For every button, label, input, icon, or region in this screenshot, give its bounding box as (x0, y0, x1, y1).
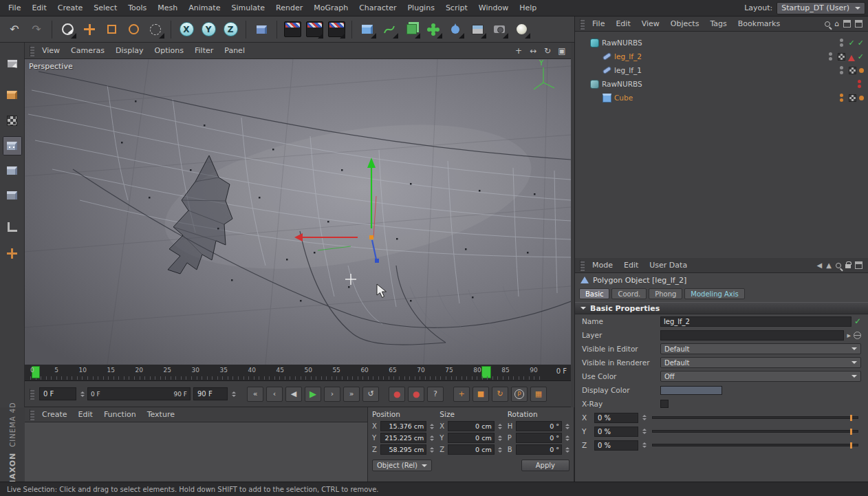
previous-key-button[interactable]: ‹ (266, 387, 283, 402)
model-mode-button[interactable] (3, 85, 22, 105)
object-row-rawnurbs-2[interactable]: RawNURBS (575, 77, 868, 91)
tag-dot-icon[interactable] (859, 68, 864, 73)
lock-icon[interactable] (845, 264, 851, 268)
menu-window[interactable]: Window (473, 0, 514, 17)
basic-properties-section[interactable]: Basic Properties (575, 302, 868, 314)
make-editable-button[interactable] (3, 54, 22, 73)
om-menu-edit[interactable]: Edit (610, 16, 636, 32)
rotate-view-icon[interactable]: ↻ (541, 45, 554, 57)
lock-z-axis-button[interactable]: Z (220, 19, 241, 40)
apply-button[interactable]: Apply (521, 460, 569, 471)
visibility-dots[interactable] (829, 52, 832, 61)
menu-file[interactable]: File (3, 0, 26, 17)
om-menu-view[interactable]: View (636, 16, 665, 32)
display-color-swatch[interactable] (660, 386, 722, 395)
polygon-mode-button[interactable] (3, 186, 22, 205)
stepper[interactable] (430, 447, 434, 453)
attr-menu-edit[interactable]: Edit (618, 257, 644, 274)
position-y-field[interactable]: 215.225 cm (380, 433, 426, 443)
stepper[interactable] (642, 429, 647, 434)
name-input[interactable]: leg_lf_2 (660, 316, 851, 327)
visibility-dots[interactable] (840, 66, 843, 74)
undo-button[interactable]: ↶ (4, 19, 25, 40)
position-z-field[interactable]: 58.295 cm (380, 444, 426, 455)
panel-grip[interactable] (580, 19, 585, 30)
object-row-leg-lf-1[interactable]: leg_lf_1 (575, 63, 868, 77)
lock-x-axis-button[interactable]: X (176, 19, 197, 40)
rotate-tool[interactable] (123, 19, 144, 40)
layer-input[interactable] (660, 330, 844, 341)
stepper[interactable] (430, 435, 434, 441)
rotation-h-field[interactable]: 0 ° (516, 421, 562, 431)
goto-start-button[interactable]: « (247, 387, 263, 402)
stepper[interactable] (498, 447, 502, 453)
render-view-button[interactable] (282, 19, 303, 40)
visibility-dots[interactable] (840, 94, 843, 102)
z-strength-slider[interactable] (652, 444, 858, 446)
visibility-dots[interactable] (858, 80, 861, 88)
last-tool-button[interactable] (145, 19, 166, 40)
material-menu-texture[interactable]: Texture (142, 407, 180, 423)
y-strength-slider[interactable] (652, 430, 858, 433)
rotation-p-field[interactable]: 0 ° (516, 433, 562, 443)
next-key-button[interactable]: › (324, 387, 340, 402)
menu-select[interactable]: Select (88, 0, 122, 17)
visible-editor-select[interactable]: Default (660, 343, 861, 354)
pan-view-icon[interactable]: + (512, 45, 525, 57)
rotation-b-field[interactable]: 0 ° (516, 444, 562, 455)
tab-modeling-axis[interactable]: Modeling Axis (684, 288, 744, 299)
viewport-menu-display[interactable]: Display (110, 43, 149, 59)
stepper[interactable] (498, 435, 502, 441)
keyframe-selection-button[interactable]: ? (427, 387, 444, 402)
texture-tag-icon[interactable] (838, 53, 845, 61)
size-x-field[interactable]: 0 cm (448, 421, 494, 431)
record-parameter-button[interactable]: P (511, 387, 528, 402)
material-list-area[interactable] (25, 422, 367, 482)
lock-y-axis-button[interactable]: Y (198, 19, 219, 40)
use-color-select[interactable]: Off (660, 371, 861, 382)
previous-frame-button[interactable]: ◀ (285, 387, 302, 402)
record-position-button[interactable]: + (453, 387, 470, 402)
play-button[interactable]: ▶ (305, 387, 321, 402)
move-tool[interactable] (79, 19, 100, 40)
viewport-camera-label[interactable]: Perspective (29, 62, 73, 71)
range-start-label[interactable]: 0 F (91, 391, 100, 398)
dock-panel-icon[interactable] (843, 20, 851, 28)
selection-tag-icon[interactable] (848, 52, 855, 61)
tab-coord[interactable]: Coord. (611, 288, 647, 299)
workplane-button[interactable] (3, 217, 22, 237)
menu-mograph[interactable]: MoGraph (308, 0, 354, 17)
stepper[interactable] (565, 435, 569, 441)
home-icon[interactable]: ⌂ (834, 19, 839, 28)
zoom-view-icon[interactable]: ↔ (527, 45, 539, 57)
layout-panel-icon[interactable] (855, 20, 862, 28)
x-strength-field[interactable]: 0 % (594, 413, 638, 423)
current-frame-stepper[interactable] (80, 391, 85, 397)
coordinate-system-button[interactable] (251, 19, 272, 40)
object-row-rawnurbs-1[interactable]: RawNURBS ✓ ✓ (575, 36, 868, 50)
visible-renderer-select[interactable]: Default (660, 357, 861, 368)
menu-animate[interactable]: Animate (183, 0, 226, 17)
tag-dot-icon[interactable] (859, 96, 864, 100)
layout-select[interactable]: Startup_DT (User) (777, 2, 865, 14)
viewport-menu-view[interactable]: View (36, 43, 65, 59)
redo-button[interactable]: ↷ (26, 19, 47, 40)
record-pla-button[interactable]: ▦ (530, 387, 547, 402)
tab-phong[interactable]: Phong (649, 288, 682, 299)
nav-back-icon[interactable]: ◀ (817, 261, 823, 269)
panel-grip[interactable] (30, 389, 34, 400)
record-scale-button[interactable]: ■ (473, 387, 489, 402)
material-menu-function[interactable]: Function (98, 407, 142, 423)
stepper[interactable] (565, 424, 569, 429)
point-mode-button[interactable] (3, 136, 22, 155)
texture-tag-icon[interactable] (849, 94, 856, 102)
menu-plugins[interactable]: Plugins (402, 0, 440, 17)
search-icon[interactable] (836, 263, 841, 268)
autokey-button[interactable]: ● (408, 387, 424, 402)
range-end-label[interactable]: 90 F (174, 391, 188, 398)
add-light-button[interactable] (511, 19, 532, 40)
add-deformer-button[interactable] (445, 19, 466, 40)
globe-icon[interactable] (854, 332, 861, 339)
material-menu-create[interactable]: Create (36, 407, 73, 423)
menu-script[interactable]: Script (440, 0, 473, 17)
